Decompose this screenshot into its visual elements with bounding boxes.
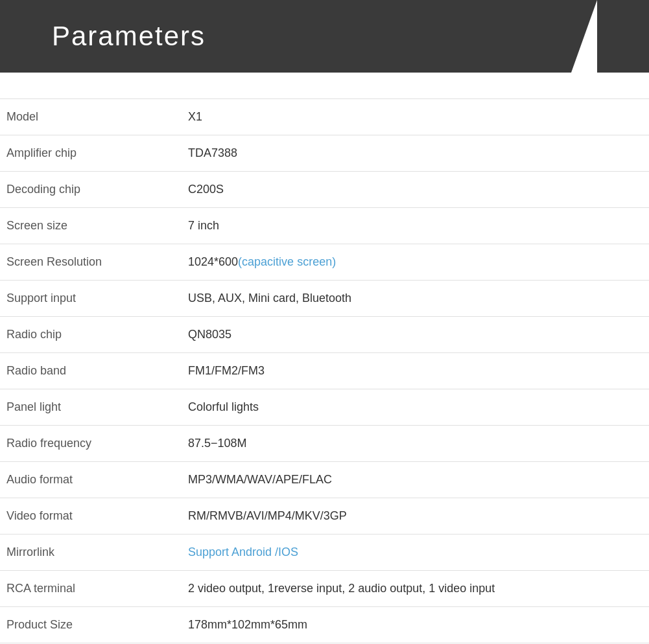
param-label: Product Size (0, 607, 182, 643)
param-value: 2 video output, 1reverse input, 2 audio … (182, 571, 649, 607)
param-value: QN8035 (182, 317, 649, 353)
param-label: Video format (0, 498, 182, 535)
table-row: Radio bandFM1/FM2/FM3 (0, 353, 649, 389)
param-label: Radio band (0, 353, 182, 389)
param-label: Screen size (0, 208, 182, 244)
table-row: Radio frequency87.5−108M (0, 426, 649, 462)
table-row: Panel lightColorful lights (0, 389, 649, 426)
param-value: FM1/FM2/FM3 (182, 353, 649, 389)
param-value: TDA7388 (182, 135, 649, 172)
header-notch-decoration (565, 0, 597, 91)
table-row: Product Size178mm*102mm*65mm (0, 607, 649, 643)
param-value: C200S (182, 172, 649, 208)
param-label: Audio format (0, 462, 182, 498)
table-row: Decoding chipC200S (0, 172, 649, 208)
param-value: 1024*600(capacitive screen) (182, 244, 649, 281)
table-row: MirrorlinkSupport Android /IOS (0, 535, 649, 571)
table-row: Audio formatMP3/WMA/WAV/APE/FLAC (0, 462, 649, 498)
table-row: ModelX1 (0, 99, 649, 135)
param-value: USB, AUX, Mini card, Bluetooth (182, 281, 649, 317)
table-row: Support inputUSB, AUX, Mini card, Blueto… (0, 281, 649, 317)
table-row: Screen Resolution1024*600(capacitive scr… (0, 244, 649, 281)
param-label: Screen Resolution (0, 244, 182, 281)
param-value: 87.5−108M (182, 426, 649, 462)
parameters-table: ModelX1Amplifier chipTDA7388Decoding chi… (0, 98, 649, 644)
table-row: Amplifier chipTDA7388 (0, 135, 649, 172)
param-value: 178mm*102mm*65mm (182, 607, 649, 643)
param-label: Mirrorlink (0, 535, 182, 571)
param-value: 7 inch (182, 208, 649, 244)
table-row: Video formatRM/RMVB/AVI/MP4/MKV/3GP (0, 498, 649, 535)
param-label: Radio chip (0, 317, 182, 353)
param-label: Support input (0, 281, 182, 317)
param-label: RCA terminal (0, 571, 182, 607)
page-header: Parameters (0, 0, 649, 73)
param-value: Colorful lights (182, 389, 649, 426)
param-value: MP3/WMA/WAV/APE/FLAC (182, 462, 649, 498)
param-label: Decoding chip (0, 172, 182, 208)
param-label: Radio frequency (0, 426, 182, 462)
param-label: Panel light (0, 389, 182, 426)
table-row: Radio chipQN8035 (0, 317, 649, 353)
table-row: Screen size7 inch (0, 208, 649, 244)
param-label: Model (0, 99, 182, 135)
param-value: Support Android /IOS (182, 535, 649, 571)
page-title: Parameters (52, 21, 649, 52)
param-value: RM/RMVB/AVI/MP4/MKV/3GP (182, 498, 649, 535)
param-value: X1 (182, 99, 649, 135)
table-row: RCA terminal2 video output, 1reverse inp… (0, 571, 649, 607)
param-label: Amplifier chip (0, 135, 182, 172)
